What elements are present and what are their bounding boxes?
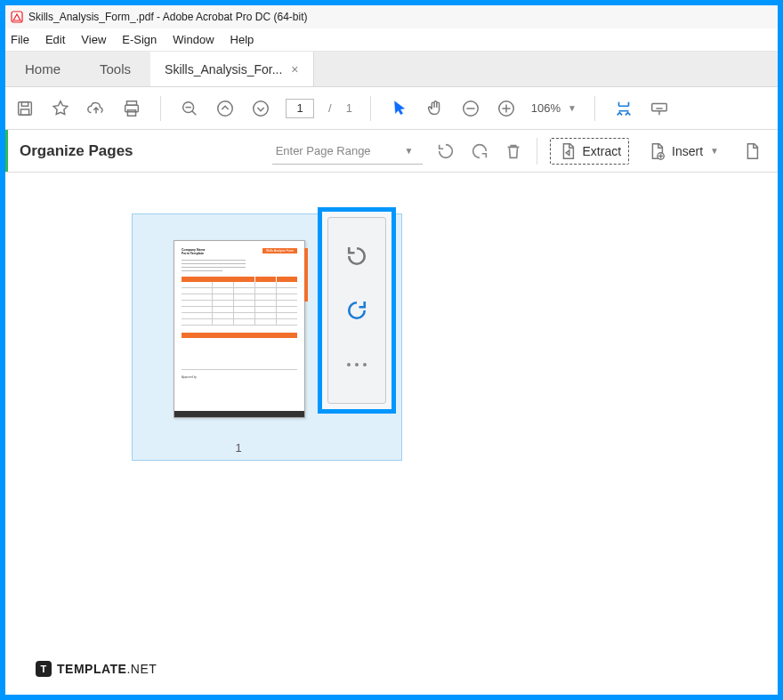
svg-point-10 — [218, 101, 233, 116]
menubar: File Edit View E-Sign Window Help — [5, 28, 778, 52]
zoom-minus-icon[interactable] — [460, 98, 481, 119]
workspace: Company NameForm Template Skills Analysi… — [5, 173, 778, 695]
more-options-button[interactable] — [341, 349, 373, 381]
zoom-plus-icon[interactable] — [496, 98, 517, 119]
thumbnail-page-number: 1 — [133, 441, 344, 455]
organize-title: Organize Pages — [16, 142, 133, 160]
delete-icon[interactable] — [503, 141, 524, 162]
rotate-popover — [318, 207, 396, 414]
page-total: 1 — [346, 101, 352, 115]
svg-line-8 — [192, 110, 197, 115]
pointer-icon[interactable] — [389, 98, 410, 119]
save-icon[interactable] — [14, 98, 36, 119]
menu-file[interactable]: File — [11, 33, 29, 46]
more-action-icon[interactable] — [737, 138, 767, 165]
rotate-ccw-icon[interactable] — [435, 141, 456, 162]
brand-watermark: T TEMPLATE.NET — [36, 661, 157, 677]
insert-button[interactable]: Insert ▼ — [642, 138, 724, 165]
hand-icon[interactable] — [424, 98, 446, 119]
cloud-upload-icon[interactable] — [85, 98, 107, 119]
svg-rect-3 — [20, 109, 28, 114]
brand-icon: T — [36, 661, 52, 677]
menu-view[interactable]: View — [81, 33, 106, 46]
rotate-cw-button[interactable] — [341, 294, 373, 326]
rotate-ccw-button[interactable] — [341, 240, 373, 272]
extract-button[interactable]: Extract — [550, 138, 630, 165]
fit-width-icon[interactable] — [613, 98, 634, 119]
svg-rect-17 — [652, 103, 667, 110]
svg-point-11 — [254, 101, 269, 116]
page-range-label: Enter Page Range — [276, 144, 371, 157]
tab-document-label: Skills_Analysis_For... — [165, 62, 282, 76]
zoom-dropdown[interactable]: 106% ▼ — [531, 101, 577, 115]
star-icon[interactable] — [50, 98, 71, 119]
caret-down-icon: ▼ — [405, 146, 414, 156]
svg-rect-6 — [127, 109, 135, 115]
page-range-dropdown[interactable]: Enter Page Range ▼ — [272, 138, 423, 165]
menu-help[interactable]: Help — [230, 33, 254, 46]
window-title: Skills_Analysis_Form_.pdf - Adobe Acroba… — [28, 11, 307, 23]
zoom-value: 106% — [531, 101, 561, 115]
rotate-cw-icon[interactable] — [469, 141, 490, 162]
caret-down-icon: ▼ — [568, 103, 577, 113]
page-number-input[interactable] — [286, 99, 314, 118]
caret-down-icon: ▼ — [710, 146, 719, 156]
tabbar: Home Tools Skills_Analysis_For... × — [5, 52, 778, 87]
organize-toolbar: Organize Pages Enter Page Range ▼ Extrac… — [5, 130, 778, 173]
print-icon[interactable] — [121, 98, 142, 119]
tab-close-icon[interactable]: × — [291, 62, 298, 76]
titlebar: Skills_Analysis_Form_.pdf - Adobe Acroba… — [5, 5, 778, 28]
menu-edit[interactable]: Edit — [45, 33, 65, 46]
thumbnail-preview: Company NameForm Template Skills Analysi… — [174, 240, 305, 418]
tab-tools[interactable]: Tools — [80, 52, 150, 86]
pdf-icon — [11, 11, 23, 23]
page-sep: / — [328, 101, 332, 115]
insert-label: Insert — [672, 144, 703, 158]
extract-label: Extract — [583, 144, 622, 158]
main-toolbar: / 1 106% ▼ — [5, 87, 778, 130]
menu-window[interactable]: Window — [173, 33, 214, 46]
svg-rect-2 — [21, 101, 28, 106]
tab-home[interactable]: Home — [5, 52, 80, 86]
keyboard-icon[interactable] — [649, 98, 670, 119]
menu-esign[interactable]: E-Sign — [122, 33, 157, 46]
page-up-icon[interactable] — [214, 98, 236, 119]
page-down-icon[interactable] — [250, 98, 271, 119]
tab-document[interactable]: Skills_Analysis_For... × — [150, 52, 313, 86]
zoom-out-icon[interactable] — [179, 98, 200, 119]
